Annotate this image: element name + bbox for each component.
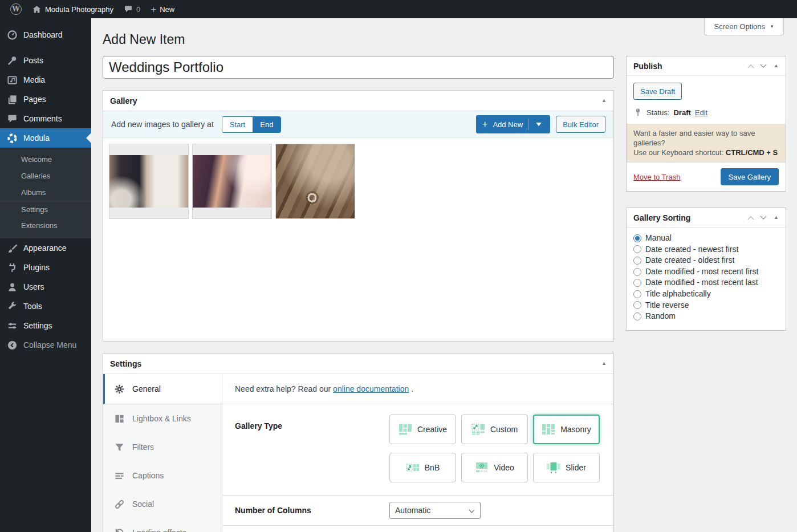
- radio-selected-icon[interactable]: [633, 234, 641, 242]
- gallery-thumbnail[interactable]: [275, 144, 355, 219]
- tab-filters[interactable]: Filters: [103, 433, 222, 461]
- main-content: Screen Options ▼ Add New Item Gallery ▲: [91, 18, 797, 532]
- gallery-title-input[interactable]: [103, 56, 614, 79]
- radio-icon[interactable]: [633, 312, 641, 320]
- publish-actions: Move to Trash Save Gallery: [627, 162, 786, 191]
- move-up-icon[interactable]: [747, 64, 754, 71]
- sidebar-item-appearance[interactable]: Appearance: [0, 238, 91, 258]
- sort-option-random[interactable]: Random: [633, 311, 779, 322]
- sort-option-date-newest[interactable]: Date created - newest first: [633, 244, 779, 255]
- sidebar-item-settings[interactable]: Settings: [0, 316, 91, 335]
- plus-icon: +: [482, 120, 487, 129]
- submenu-item-extensions[interactable]: Extensions: [0, 217, 91, 234]
- masonry-layout-icon: [542, 424, 555, 435]
- submenu-item-welcome[interactable]: Welcome: [0, 151, 91, 168]
- sidebar-item-label: Collapse Menu: [23, 340, 76, 350]
- sort-option-modified-last[interactable]: Date modified - most recent last: [633, 277, 779, 289]
- end-toggle-button[interactable]: End: [253, 117, 280, 132]
- chevron-down-icon[interactable]: [536, 123, 542, 126]
- insert-position-toggle: Start End: [222, 116, 282, 133]
- sidebar-item-collapse-menu[interactable]: Collapse Menu: [0, 335, 91, 355]
- sort-option-manual[interactable]: Manual: [633, 233, 779, 244]
- sidebar-item-tools[interactable]: Tools: [0, 297, 91, 316]
- bulk-editor-button[interactable]: Bulk Editor: [556, 116, 605, 133]
- wp-logo-menu[interactable]: W: [6, 0, 26, 18]
- brush-icon: [7, 243, 18, 254]
- publish-metabox-title: Publish: [633, 62, 662, 71]
- gallery-type-masonry[interactable]: Masonry: [533, 415, 600, 444]
- gallery-thumbnail[interactable]: [109, 144, 189, 219]
- radio-icon[interactable]: [633, 279, 641, 287]
- settings-metabox-title: Settings: [110, 359, 141, 368]
- collapse-toggle-icon[interactable]: ▲: [774, 63, 779, 68]
- move-down-icon[interactable]: [760, 61, 766, 67]
- collapse-toggle-icon[interactable]: ▲: [774, 215, 779, 220]
- wedding-rings-image: [276, 144, 355, 218]
- radio-icon[interactable]: [633, 301, 641, 309]
- sorting-metabox-title: Gallery Sorting: [633, 213, 690, 222]
- sidebar-item-label: Comments: [23, 114, 62, 123]
- lightbox-grid-icon: [114, 413, 125, 424]
- sidebar-item-dashboard[interactable]: Dashboard: [0, 25, 91, 44]
- bnb-layout-icon: [406, 462, 420, 473]
- gallery-type-custom[interactable]: Custom: [461, 415, 528, 444]
- gallery-type-creative[interactable]: Creative: [389, 415, 456, 444]
- sidebar-item-label: Dashboard: [23, 30, 63, 39]
- columns-select[interactable]: Automatic: [389, 502, 481, 519]
- tab-lightbox-links[interactable]: Lightbox & Links: [103, 404, 222, 433]
- move-down-icon[interactable]: [760, 213, 766, 219]
- site-name: Modula Photography: [45, 5, 113, 14]
- sort-option-modified-first[interactable]: Date modified - most recent first: [633, 266, 779, 278]
- sidebar-item-pages[interactable]: Pages: [0, 90, 91, 109]
- add-new-button[interactable]: + Add New: [476, 115, 550, 133]
- gallery-type-video[interactable]: Video: [461, 453, 528, 482]
- submenu-item-galleries[interactable]: Galleries: [0, 168, 91, 184]
- tab-general[interactable]: General: [103, 374, 222, 404]
- move-to-trash-link[interactable]: Move to Trash: [633, 173, 680, 181]
- start-toggle-button[interactable]: Start: [222, 117, 253, 132]
- pushpin-icon: [7, 55, 18, 66]
- screen-options-button[interactable]: Screen Options ▼: [704, 18, 784, 35]
- sidebar-item-modula[interactable]: Modula: [0, 128, 91, 148]
- sidebar-item-label: Appearance: [23, 243, 67, 253]
- sidebar-item-users[interactable]: Users: [0, 277, 91, 297]
- sort-option-title-reverse[interactable]: Title reverse: [633, 300, 779, 311]
- sorting-metabox-header: Gallery Sorting ▲: [627, 208, 786, 228]
- gallery-thumbnail[interactable]: [192, 144, 272, 219]
- radio-icon[interactable]: [633, 257, 641, 265]
- tab-loading-effects[interactable]: Loading effects: [103, 518, 222, 532]
- save-gallery-button[interactable]: Save Gallery: [721, 168, 779, 185]
- online-documentation-link[interactable]: online documentation: [333, 384, 409, 393]
- save-draft-button[interactable]: Save Draft: [633, 83, 682, 100]
- sidebar-item-posts[interactable]: Posts: [0, 51, 91, 70]
- wrench-icon: [7, 301, 18, 312]
- collapse-toggle-icon[interactable]: ▲: [601, 98, 607, 103]
- new-content-menu[interactable]: + New: [146, 0, 179, 18]
- submenu-item-albums[interactable]: Albums: [0, 184, 91, 201]
- comment-bubble-icon: [124, 5, 133, 14]
- publish-metabox: Publish ▲ Save Draft: [626, 56, 786, 192]
- gallery-type-bnb[interactable]: BnB: [389, 453, 456, 482]
- settings-metabox: Settings ▲ General: [103, 353, 614, 532]
- tab-captions[interactable]: Captions: [103, 461, 222, 490]
- gallery-type-slider[interactable]: Slider: [533, 453, 600, 482]
- radio-icon[interactable]: [633, 268, 641, 276]
- radio-icon[interactable]: [633, 290, 641, 298]
- tab-social[interactable]: Social: [103, 490, 222, 518]
- comments-icon: [7, 113, 18, 124]
- comments-admin-bar[interactable]: 0: [119, 0, 145, 18]
- sidebar-item-comments[interactable]: Comments: [0, 109, 91, 128]
- site-name-link[interactable]: Modula Photography: [27, 0, 118, 18]
- gallery-metabox: Gallery ▲ Add new images to gallery at S…: [103, 90, 614, 342]
- collapse-toggle-icon[interactable]: ▲: [601, 361, 607, 366]
- edit-status-link[interactable]: Edit: [695, 108, 707, 117]
- submenu-item-settings[interactable]: Settings: [0, 201, 91, 217]
- move-up-icon[interactable]: [747, 216, 754, 222]
- gallery-metabox-header: Gallery ▲: [103, 91, 613, 111]
- sort-option-date-oldest[interactable]: Date created - oldest first: [633, 255, 779, 266]
- sidebar-item-media[interactable]: Media: [0, 70, 91, 90]
- sidebar-item-plugins[interactable]: Plugins: [0, 258, 91, 277]
- sort-option-title-alpha[interactable]: Title alphabetically: [633, 289, 779, 300]
- modula-submenu: Welcome Galleries Albums Settings Extens…: [0, 148, 91, 238]
- radio-icon[interactable]: [633, 245, 641, 253]
